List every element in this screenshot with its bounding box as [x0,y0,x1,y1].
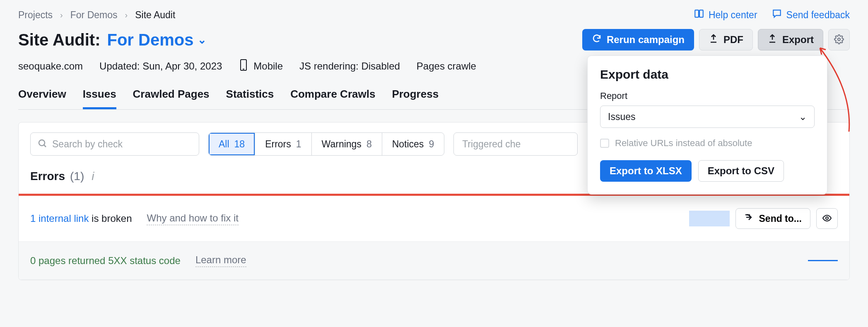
tab-compare-crawls[interactable]: Compare Crawls [290,88,375,109]
info-icon[interactable]: i [92,170,94,183]
tab-statistics[interactable]: Statistics [226,88,274,109]
segment-errors-label: Errors [265,139,291,150]
export-popover: Export data Report Issues ⌄ Relative URL… [587,55,827,195]
refresh-icon [592,34,602,46]
view-button[interactable] [816,208,838,229]
meta-domain: seoquake.com [18,60,83,72]
segment-notices-label: Notices [392,139,424,150]
tab-overview[interactable]: Overview [18,88,66,109]
report-label: Report [600,91,815,101]
svg-point-3 [838,38,840,41]
svg-line-7 [44,145,46,147]
segment-all[interactable]: All 18 [209,133,255,155]
chat-icon [772,8,782,22]
segment-notices-count: 9 [429,139,434,150]
upload-icon [709,34,719,46]
tab-crawled-pages[interactable]: Crawled Pages [133,88,210,109]
export-csv-button[interactable]: Export to CSV [698,160,784,182]
rerun-campaign-button[interactable]: Rerun campaign [582,29,694,50]
svg-rect-0 [695,10,699,17]
why-how-link[interactable]: Why and how to fix it [147,212,238,225]
chevron-down-icon: ⌄ [799,111,807,123]
triggered-checks-select[interactable]: Triggered che [453,132,578,156]
search-input[interactable] [52,139,192,150]
issue-row: 0 pages returned 5XX status code Learn m… [19,242,849,280]
segment-all-label: All [219,139,229,150]
settings-button[interactable] [828,29,850,50]
svg-point-6 [39,140,45,146]
trend-line [808,260,838,261]
page-title: Site Audit: [18,31,101,49]
segment-errors-count: 1 [296,139,301,150]
export-button[interactable]: Export [758,29,823,50]
errors-count: (1) [70,170,84,183]
report-value: Issues [608,111,635,123]
arrow-right-icon [744,212,754,225]
report-select[interactable]: Issues ⌄ [600,106,815,128]
tab-issues[interactable]: Issues [83,88,116,109]
upload-icon [767,34,777,46]
rerun-label: Rerun campaign [607,34,685,46]
send-to-label: Send to... [759,213,802,224]
checkbox-icon[interactable] [600,139,609,148]
segment-all-count: 18 [234,139,245,150]
project-name: For Demos [107,31,194,49]
segment-errors[interactable]: Errors 1 [255,133,311,155]
breadcrumb-for-demos[interactable]: For Demos [70,10,118,21]
segment-warnings[interactable]: Warnings 8 [312,133,382,155]
issue-type-segments: All 18 Errors 1 Warnings 8 Notices 9 [208,132,444,156]
export-label: Export [782,34,814,46]
issue-text: 1 internal link is broken [30,213,132,224]
segment-notices[interactable]: Notices 9 [382,133,444,155]
send-to-button[interactable]: Send to... [735,208,811,229]
tab-progress[interactable]: Progress [392,88,439,109]
mobile-icon [239,59,248,74]
trend-bar [689,211,730,226]
breadcrumb: Projects › For Demos › Site Audit [18,10,175,21]
pdf-button[interactable]: PDF [699,29,753,50]
project-select[interactable]: For Demos ⌄ [107,31,207,49]
help-center-link[interactable]: Help center [694,8,757,22]
meta-pages-crawled: Pages crawle [417,60,476,72]
export-csv-label: Export to CSV [708,165,774,177]
send-feedback-link[interactable]: Send feedback [772,8,850,22]
issue-row: 1 internal link is broken Why and how to… [19,196,849,242]
relative-urls-checkbox-row[interactable]: Relative URLs instead of absolute [600,138,815,149]
popover-title: Export data [600,67,815,82]
export-xlsx-label: Export to XLSX [610,165,682,177]
breadcrumb-projects[interactable]: Projects [18,10,53,21]
segment-warnings-label: Warnings [322,139,362,150]
chevron-right-icon: › [60,10,63,20]
issue-text: 0 pages returned 5XX status code [30,255,181,267]
issue-rest: is broken [89,213,132,224]
gear-icon [834,34,844,46]
send-feedback-label: Send feedback [786,10,850,21]
meta-mobile-label: Mobile [253,60,283,72]
segment-warnings-count: 8 [366,139,372,150]
meta-mobile: Mobile [239,59,283,74]
book-icon [694,8,704,22]
eye-icon [822,213,832,224]
search-icon [37,138,47,150]
export-xlsx-button[interactable]: Export to XLSX [600,160,692,182]
meta-updated: Updated: Sun, Apr 30, 2023 [99,60,222,72]
pdf-label: PDF [723,34,743,46]
chevron-down-icon: ⌄ [198,34,207,46]
meta-js: JS rendering: Disabled [299,60,400,72]
triggered-checks-label: Triggered che [462,139,521,150]
svg-rect-1 [699,10,703,17]
breadcrumb-site-audit: Site Audit [135,10,175,21]
learn-more-link[interactable]: Learn more [195,254,246,267]
search-input-wrap[interactable] [30,132,199,156]
svg-point-8 [826,217,828,219]
errors-title: Errors [30,170,65,183]
chevron-right-icon: › [125,10,128,20]
relative-urls-label: Relative URLs instead of absolute [615,138,752,149]
issue-link[interactable]: 1 internal link [30,213,89,224]
help-center-label: Help center [709,10,757,21]
